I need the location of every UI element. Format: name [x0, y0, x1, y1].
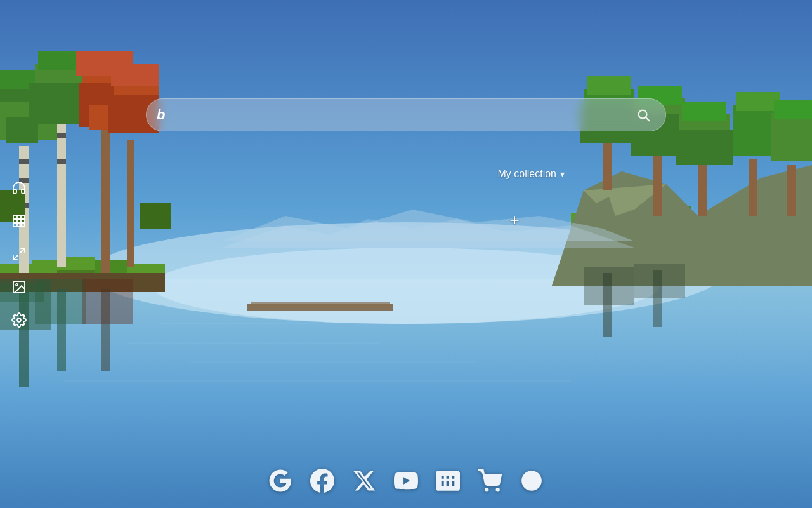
twitter-icon[interactable]	[352, 469, 376, 493]
social-bar	[268, 469, 544, 493]
svg-rect-76	[251, 302, 390, 307]
svg-rect-12	[19, 159, 29, 164]
svg-line-84	[646, 117, 649, 121]
svg-rect-70	[774, 100, 812, 119]
svg-rect-64	[676, 130, 733, 165]
my-collection-label: My collection	[498, 168, 556, 180]
svg-rect-35	[140, 203, 171, 229]
svg-rect-61	[698, 165, 707, 216]
add-button[interactable]: +	[504, 210, 525, 230]
search-bar: b	[146, 98, 666, 131]
svg-rect-74	[634, 264, 685, 298]
svg-rect-69	[771, 113, 812, 161]
cart-icon[interactable]	[478, 469, 502, 493]
sidebar	[0, 166, 38, 342]
svg-rect-40	[35, 279, 86, 324]
hulu-icon[interactable]	[436, 469, 460, 493]
facebook-icon[interactable]	[310, 469, 334, 493]
svg-point-99	[497, 489, 499, 491]
svg-rect-30	[127, 140, 134, 267]
svg-rect-63	[682, 102, 726, 121]
scene-background	[0, 0, 812, 508]
svg-line-94	[13, 255, 18, 260]
bing-logo: b	[157, 107, 164, 123]
svg-rect-53	[603, 140, 612, 190]
svg-line-93	[20, 248, 25, 253]
image-icon[interactable]	[5, 273, 33, 301]
svg-rect-20	[57, 133, 66, 138]
search-input[interactable]	[172, 109, 631, 121]
search-icon	[636, 108, 650, 122]
x-close-icon[interactable]	[520, 469, 544, 493]
svg-rect-67	[736, 92, 780, 111]
settings-icon[interactable]	[5, 306, 33, 334]
svg-rect-19	[57, 121, 66, 267]
svg-rect-42	[82, 279, 133, 324]
svg-rect-21	[57, 159, 66, 164]
svg-point-97	[17, 318, 21, 322]
svg-rect-25	[102, 127, 110, 273]
headset-icon[interactable]	[5, 174, 33, 202]
svg-rect-68	[787, 165, 796, 216]
svg-rect-65	[749, 159, 757, 216]
my-collection-button[interactable]: My collection ▾	[498, 168, 565, 180]
search-container: b	[146, 98, 666, 131]
google-icon[interactable]	[268, 469, 292, 493]
search-button[interactable]	[631, 105, 655, 124]
layers-icon[interactable]	[5, 207, 33, 235]
svg-rect-57	[653, 152, 662, 216]
svg-rect-32	[111, 64, 159, 86]
svg-rect-9	[95, 260, 127, 273]
svg-rect-55	[587, 76, 631, 95]
youtube-icon[interactable]	[394, 469, 418, 493]
svg-rect-23	[38, 51, 79, 70]
svg-point-96	[16, 284, 18, 286]
svg-rect-72	[584, 267, 634, 305]
chevron-down-icon: ▾	[560, 169, 565, 179]
expand-icon[interactable]	[5, 240, 33, 268]
svg-point-98	[486, 489, 488, 491]
